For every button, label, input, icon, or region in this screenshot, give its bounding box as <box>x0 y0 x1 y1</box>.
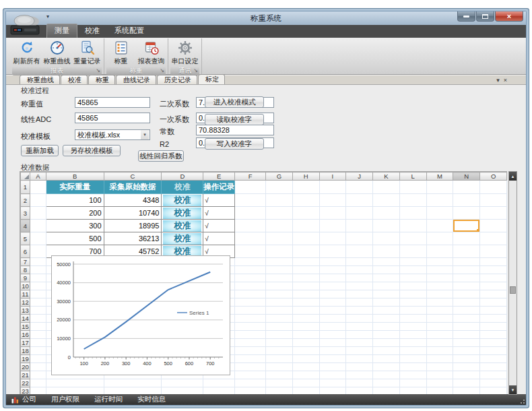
grid-cell[interactable] <box>373 339 400 347</box>
grid-cell[interactable] <box>319 315 346 323</box>
grid-cell[interactable] <box>426 245 453 258</box>
grid-cell[interactable] <box>319 339 346 347</box>
grid-cell[interactable]: 4348 <box>104 194 162 207</box>
grid-cell[interactable] <box>292 181 319 194</box>
grid-cell[interactable] <box>265 220 292 232</box>
grid-cell[interactable] <box>426 323 453 331</box>
grid-cell[interactable] <box>235 307 266 315</box>
grid-cell[interactable] <box>373 323 400 331</box>
calibration-chart[interactable]: 0100002000030000400005000010020030040050… <box>51 255 230 375</box>
grid-cell[interactable] <box>319 323 346 331</box>
grid-cell[interactable] <box>265 290 292 298</box>
grid-cell[interactable] <box>265 282 292 290</box>
grid-cell[interactable] <box>346 355 373 363</box>
grid-cell[interactable] <box>373 379 400 387</box>
combobox-caret-icon[interactable]: ▾ <box>141 130 149 139</box>
grid-cell[interactable] <box>235 266 266 274</box>
save-as-template-button[interactable]: 另存校准模板 <box>63 145 121 156</box>
grid-cell[interactable] <box>373 232 400 245</box>
grid-cell[interactable] <box>373 282 400 290</box>
grid-cell[interactable] <box>453 363 480 371</box>
grid-cell[interactable] <box>319 331 346 339</box>
tabstrip-dropdown-icon[interactable]: ▾ <box>496 77 504 84</box>
column-header[interactable]: H <box>292 172 319 181</box>
grid-cell[interactable] <box>426 220 453 232</box>
grid-cell[interactable] <box>30 232 46 245</box>
grid-cell[interactable]: 校准 <box>162 207 203 220</box>
grid-cell[interactable] <box>30 282 46 290</box>
grid-cell[interactable]: 36213 <box>104 232 162 245</box>
grid-cell[interactable] <box>265 307 292 315</box>
grid-cell[interactable] <box>292 245 319 258</box>
grid-cell[interactable] <box>346 266 373 274</box>
grid-cell[interactable] <box>235 181 266 194</box>
calibrate-cell-button[interactable]: 校准 <box>163 233 201 245</box>
grid-cell[interactable]: √ <box>203 194 235 207</box>
weigh-value-input[interactable] <box>75 97 150 108</box>
grid-cell[interactable] <box>235 282 266 290</box>
grid-cell[interactable] <box>480 207 507 220</box>
grid-cell[interactable] <box>399 220 426 232</box>
grid-cell[interactable] <box>399 371 426 379</box>
ribbon-button[interactable]: 称重曲线 <box>42 38 72 66</box>
grid-cell[interactable] <box>399 194 426 207</box>
grid-cell[interactable] <box>319 379 346 387</box>
grid-cell[interactable] <box>399 258 426 266</box>
grid-cell[interactable] <box>453 307 480 315</box>
grid-cell[interactable] <box>319 274 346 282</box>
grid-cell[interactable] <box>346 331 373 339</box>
grid-cell[interactable]: 实际重量 <box>46 181 104 194</box>
app-logo-scale-icon[interactable] <box>9 13 43 38</box>
grid-cell[interactable] <box>30 355 46 363</box>
column-header[interactable]: L <box>399 172 426 181</box>
grid-cell[interactable] <box>319 282 346 290</box>
grid-cell[interactable] <box>265 207 292 220</box>
grid-cell[interactable] <box>265 258 292 266</box>
template-combobox[interactable]: 校准模板.xlsx ▾ <box>75 129 150 140</box>
grid-cell[interactable] <box>104 379 162 387</box>
grid-cell[interactable] <box>292 207 319 220</box>
grid-cell[interactable] <box>480 258 507 266</box>
grid-cell[interactable] <box>292 339 319 347</box>
row-header[interactable]: 2 <box>21 194 30 207</box>
row-header[interactable]: 6 <box>21 245 30 258</box>
ribbon-button[interactable]: 报表查询 <box>136 38 166 66</box>
row-header[interactable]: 21 <box>21 371 30 379</box>
grid-cell[interactable]: 300 <box>46 220 104 232</box>
grid-cell[interactable] <box>399 355 426 363</box>
write-calibration-word-button[interactable]: 写入校准字 <box>205 138 264 150</box>
grid-cell[interactable] <box>426 339 453 347</box>
grid-cell[interactable] <box>373 245 400 258</box>
ribbon-tab[interactable]: 校准 <box>77 24 107 38</box>
grid-cell[interactable] <box>399 245 426 258</box>
grid-cell[interactable] <box>346 339 373 347</box>
grid-cell[interactable] <box>480 315 507 323</box>
grid-cell[interactable] <box>30 245 46 258</box>
grid-cell[interactable] <box>346 245 373 258</box>
grid-cell[interactable] <box>265 181 292 194</box>
grid-cell[interactable] <box>373 181 400 194</box>
grid-cell[interactable] <box>319 363 346 371</box>
grid-cell[interactable] <box>453 282 480 290</box>
grid-cell[interactable] <box>292 379 319 387</box>
grid-cell[interactable] <box>265 347 292 355</box>
grid-cell[interactable] <box>346 363 373 371</box>
grid-cell[interactable] <box>373 363 400 371</box>
grid-cell[interactable] <box>453 323 480 331</box>
row-header[interactable]: 5 <box>21 232 30 245</box>
grid-cell[interactable] <box>235 194 266 207</box>
grid-cell[interactable] <box>426 379 453 387</box>
grid-cell[interactable]: 10740 <box>104 207 162 220</box>
grid-cell[interactable] <box>399 207 426 220</box>
grid-cell[interactable] <box>30 181 46 194</box>
grid-cell[interactable] <box>480 282 507 290</box>
grid-cell[interactable] <box>453 266 480 274</box>
grid-cell[interactable]: 200 <box>46 207 104 220</box>
grid-cell[interactable] <box>346 220 373 232</box>
grid-cell[interactable] <box>453 347 480 355</box>
grid-cell[interactable] <box>265 363 292 371</box>
grid-cell[interactable] <box>373 307 400 315</box>
grid-cell[interactable] <box>480 379 507 387</box>
grid-cell[interactable] <box>265 371 292 379</box>
ribbon-button[interactable]: 称重 <box>106 38 136 66</box>
